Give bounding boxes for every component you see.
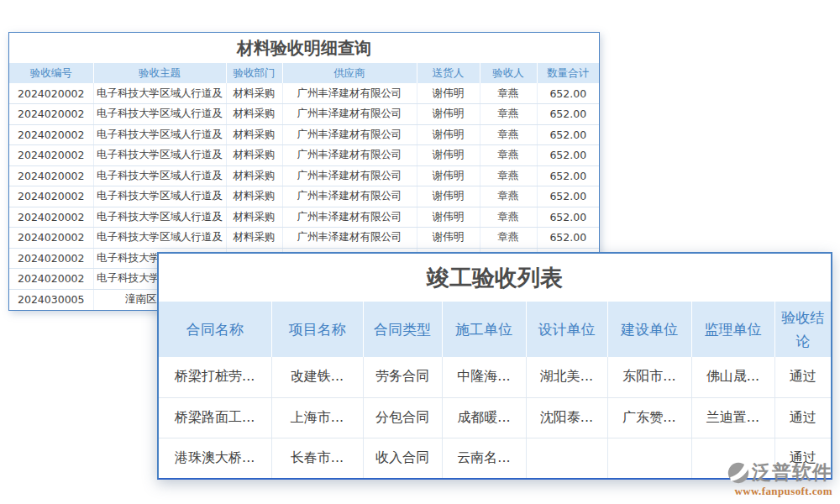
cell-link[interactable]: 电子科技大学区域人行道及 xyxy=(93,124,226,145)
column-header-1: 验收编号 xyxy=(9,63,93,83)
column-header-3: 合同类型 xyxy=(363,302,442,357)
cell: 广州丰泽建材有限公司 xyxy=(282,104,417,125)
cell: 分包合同 xyxy=(363,397,442,438)
cell: 桥梁打桩劳... xyxy=(159,357,271,397)
cell: 章燕 xyxy=(480,228,537,249)
cell: 652.00 xyxy=(537,207,599,228)
cell-link[interactable]: 上海市... xyxy=(271,397,363,438)
column-header-4: 供应商 xyxy=(282,63,417,83)
table-row: 2024020002电子科技大学区域人行道及材料采购广州丰泽建材有限公司谢伟明章… xyxy=(9,186,599,207)
cell-link[interactable]: 电子科技大学区域人行道及 xyxy=(93,186,226,207)
cell: 章燕 xyxy=(480,207,537,228)
cell-link[interactable]: 中隆海... xyxy=(442,357,526,397)
cell-link[interactable]: 2024020002 xyxy=(9,228,93,249)
cell-link[interactable]: 云南名... xyxy=(442,438,526,478)
table-row: 2024020002电子科技大学区域人行道及材料采购广州丰泽建材有限公司谢伟明章… xyxy=(9,145,599,166)
cell-link[interactable]: 2024020002 xyxy=(9,165,93,186)
cell: 广州丰泽建材有限公司 xyxy=(282,186,417,207)
column-header-1: 合同名称 xyxy=(159,302,271,357)
cell xyxy=(691,438,774,478)
cell-link[interactable]: 2024020002 xyxy=(9,207,93,228)
cell-link[interactable]: 电子科技大学区域人行道及 xyxy=(93,145,226,166)
cell: 章燕 xyxy=(480,124,537,145)
table-row: 2024020002电子科技大学区域人行道及材料采购广州丰泽建材有限公司谢伟明章… xyxy=(9,124,599,145)
cell: 通过 xyxy=(774,438,831,478)
cell: 东阳市... xyxy=(607,357,691,397)
cell: 章燕 xyxy=(480,83,537,104)
cell: 佛山晟... xyxy=(691,357,774,397)
cell: 材料采购 xyxy=(226,104,282,125)
cell: 湖北美... xyxy=(526,357,607,397)
column-header-7: 数量合计 xyxy=(537,63,599,83)
cell: 652.00 xyxy=(537,104,599,125)
column-header-4: 施工单位 xyxy=(442,302,526,357)
cell: 收入合同 xyxy=(363,438,442,478)
cell: 材料采购 xyxy=(226,145,282,166)
cell: 章燕 xyxy=(480,186,537,207)
cell: 谢伟明 xyxy=(417,207,480,228)
cell: 谢伟明 xyxy=(417,145,480,166)
cell: 谢伟明 xyxy=(417,104,480,125)
cell-link[interactable]: 2024020002 xyxy=(9,83,93,104)
cell-link[interactable]: 成都暖... xyxy=(442,397,526,438)
column-header-2: 验收主题 xyxy=(93,63,226,83)
cell: 谢伟明 xyxy=(417,83,480,104)
cell: 材料采购 xyxy=(226,83,282,104)
cell: 652.00 xyxy=(537,165,599,186)
cell: 652.00 xyxy=(537,145,599,166)
cell-link[interactable]: 电子科技大学区域人行道及 xyxy=(93,207,226,228)
cell-link[interactable]: 2024020002 xyxy=(9,124,93,145)
cell-link[interactable]: 2024020002 xyxy=(9,145,93,166)
column-header-8: 验收结论 xyxy=(774,302,831,357)
table-row: 2024020002电子科技大学区域人行道及材料采购广州丰泽建材有限公司谢伟明章… xyxy=(9,207,599,228)
cell: 章燕 xyxy=(480,165,537,186)
cell: 港珠澳大桥... xyxy=(159,438,271,478)
cell: 谢伟明 xyxy=(417,165,480,186)
cell: 沈阳泰... xyxy=(526,397,607,438)
cell-link[interactable]: 2024020002 xyxy=(9,269,93,290)
cell: 材料采购 xyxy=(226,228,282,249)
completion-header-row: 合同名称项目名称合同类型施工单位设计单位建设单位监理单位验收结论 xyxy=(159,302,831,357)
cell-link[interactable]: 电子科技大学区域人行道及 xyxy=(93,165,226,186)
cell-link[interactable]: 2024030005 xyxy=(9,289,93,310)
cell: 桥梁路面工... xyxy=(159,397,271,438)
cell: 通过 xyxy=(774,397,831,438)
cell-link[interactable]: 2024020002 xyxy=(9,104,93,125)
cell: 材料采购 xyxy=(226,124,282,145)
cell: 材料采购 xyxy=(226,165,282,186)
cell: 广州丰泽建材有限公司 xyxy=(282,83,417,104)
table-row: 2024020002电子科技大学区域人行道及材料采购广州丰泽建材有限公司谢伟明章… xyxy=(9,165,599,186)
cell: 652.00 xyxy=(537,228,599,249)
table-row: 2024020002电子科技大学区域人行道及材料采购广州丰泽建材有限公司谢伟明章… xyxy=(9,83,599,104)
column-header-6: 验收人 xyxy=(480,63,537,83)
table-row: 2024020002电子科技大学区域人行道及材料采购广州丰泽建材有限公司谢伟明章… xyxy=(9,104,599,125)
column-header-3: 验收部门 xyxy=(226,63,282,83)
cell-link[interactable]: 长春市... xyxy=(271,438,363,478)
cell-link[interactable]: 电子科技大学区域人行道及 xyxy=(93,104,226,125)
cell: 652.00 xyxy=(537,83,599,104)
cell: 章燕 xyxy=(480,145,537,166)
cell-link[interactable]: 2024020002 xyxy=(9,186,93,207)
table-row: 2024020002电子科技大学区域人行道及材料采购广州丰泽建材有限公司谢伟明章… xyxy=(9,228,599,249)
cell-link[interactable]: 电子科技大学区域人行道及 xyxy=(93,228,226,249)
material-query-title: 材料验收明细查询 xyxy=(9,33,599,63)
completion-list-window: 竣工验收列表 合同名称项目名称合同类型施工单位设计单位建设单位监理单位验收结论 … xyxy=(157,252,832,480)
cell xyxy=(607,438,691,478)
column-header-7: 监理单位 xyxy=(691,302,774,357)
cell-link[interactable]: 电子科技大学区域人行道及 xyxy=(93,83,226,104)
cell: 谢伟明 xyxy=(417,124,480,145)
cell: 广州丰泽建材有限公司 xyxy=(282,207,417,228)
cell: 广东赞... xyxy=(607,397,691,438)
cell: 通过 xyxy=(774,357,831,397)
cell-link[interactable]: 2024020002 xyxy=(9,248,93,269)
table-row: 桥梁路面工...上海市...分包合同成都暖...沈阳泰...广东赞...兰迪置.… xyxy=(159,397,831,438)
cell: 广州丰泽建材有限公司 xyxy=(282,145,417,166)
column-header-2: 项目名称 xyxy=(271,302,363,357)
column-header-6: 建设单位 xyxy=(607,302,691,357)
cell: 广州丰泽建材有限公司 xyxy=(282,228,417,249)
column-header-5: 送货人 xyxy=(417,63,480,83)
cell: 广州丰泽建材有限公司 xyxy=(282,124,417,145)
cell-link[interactable]: 改建铁... xyxy=(271,357,363,397)
cell: 章燕 xyxy=(480,104,537,125)
watermark-url: www.fanpusoft.com xyxy=(734,485,832,498)
